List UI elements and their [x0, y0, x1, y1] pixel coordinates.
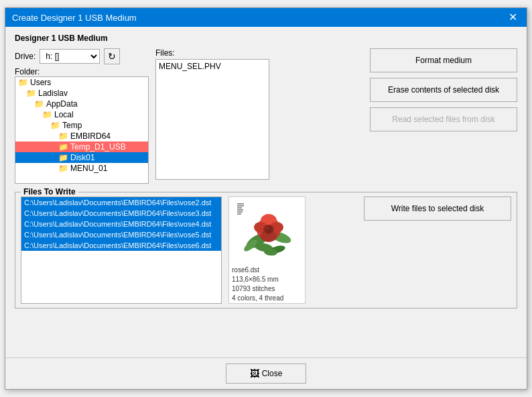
write-files-button[interactable]: Write files to selected disk [364, 196, 511, 221]
write-btn-area: Write files to selected disk [364, 196, 511, 221]
top-section-title: Designer 1 USB Medium [15, 34, 517, 43]
folder-item-label: AppData [46, 99, 78, 109]
folder-tree[interactable]: 📁Users📁Ladislav📁AppData📁Local📁Temp📁EMBIR… [15, 76, 149, 184]
files-panel: Files: MENU_SEL.PHV [155, 48, 356, 184]
files-to-write-label: Files To Write [21, 187, 78, 196]
preview-panel: rose6.dst 113,6×86.5 mm 10793 stitches 4… [228, 196, 306, 304]
file-info-colors: 4 colors, 4 thread changes [232, 294, 302, 304]
folder-icon: 📁 [50, 121, 60, 130]
rose-svg [234, 197, 301, 264]
top-row: Drive: h: [] ↻ Folder: 📁Users📁Ladislav📁A… [15, 48, 517, 184]
folder-icon: 📁 [34, 99, 44, 109]
folder-icon: 📁 [58, 153, 68, 162]
content-area: Designer 1 USB Medium Drive: h: [] ↻ Fol… [5, 27, 527, 357]
folder-item[interactable]: 📁Local [15, 109, 148, 120]
close-button[interactable]: 🖼 Close [226, 363, 306, 384]
folder-item[interactable]: 📁Users [15, 77, 148, 88]
folder-item-label: Users [30, 78, 51, 87]
folder-icon: 📁 [18, 78, 28, 87]
folder-icon: 📁 [58, 142, 68, 152]
files-list[interactable]: MENU_SEL.PHV [155, 59, 269, 180]
files-to-write-section: C:\Users\Ladislav\Documents\EMBIRD64\Fil… [21, 196, 511, 304]
folder-item-label: Temp_D1_USB [70, 142, 126, 152]
right-action-buttons: Format medium Erase contents of selected… [370, 48, 517, 184]
read-files-button[interactable]: Read selected files from disk [370, 107, 517, 131]
folder-icon: 📁 [58, 131, 68, 141]
folder-item[interactable]: 📁EMBIRD64 [15, 131, 148, 141]
folder-item[interactable]: 📁Temp_D1_USB [15, 141, 148, 152]
embroidery-preview [230, 197, 304, 264]
svg-point-18 [265, 225, 273, 233]
folder-item-label: EMBIRD64 [70, 131, 111, 141]
top-left-panel: Drive: h: [] ↻ Folder: 📁Users📁Ladislav📁A… [15, 48, 149, 184]
main-window: Create Designer 1 USB Medium ✕ Designer … [5, 7, 527, 390]
files-to-write-group: Files To Write C:\Users\Ladislav\Documen… [15, 192, 517, 308]
bottom-bar: 🖼 Close [5, 357, 527, 389]
folder-item-label: Temp [62, 121, 82, 130]
close-window-button[interactable]: ✕ [506, 12, 520, 23]
folder-icon: 📁 [58, 164, 68, 173]
folder-item[interactable]: 📁Temp [15, 120, 148, 131]
format-medium-button[interactable]: Format medium [370, 48, 517, 72]
refresh-button[interactable]: ↻ [104, 48, 120, 64]
folder-item[interactable]: 📁AppData [15, 99, 148, 109]
folder-item-label: Local [54, 110, 74, 119]
close-icon: 🖼 [250, 368, 259, 379]
file-write-item[interactable]: C:\Users\Ladislav\Documents\EMBIRD64\Fil… [21, 208, 221, 219]
svg-point-19 [265, 227, 269, 229]
title-bar: Create Designer 1 USB Medium ✕ [5, 8, 527, 27]
drive-row: Drive: h: [] ↻ [15, 48, 149, 64]
files-label: Files: [155, 48, 356, 58]
folder-icon: 📁 [26, 89, 36, 98]
folder-item[interactable]: 📁MENU_01 [15, 163, 148, 174]
folder-item[interactable]: 📁Disk01 [15, 152, 148, 163]
file-info-name: rose6.dst [232, 266, 302, 275]
file-item[interactable]: MENU_SEL.PHV [157, 61, 267, 72]
files-write-list[interactable]: C:\Users\Ladislav\Documents\EMBIRD64\Fil… [21, 196, 222, 304]
file-write-item[interactable]: C:\Users\Ladislav\Documents\EMBIRD64\Fil… [21, 197, 221, 208]
folder-icon: 📁 [42, 110, 52, 119]
file-info: rose6.dst 113,6×86.5 mm 10793 stitches 4… [229, 264, 305, 304]
folder-item-label: MENU_01 [70, 164, 107, 173]
folder-label: Folder: [15, 67, 149, 76]
file-info-stitches: 10793 stitches [232, 284, 302, 294]
drive-label: Drive: [15, 52, 36, 61]
refresh-icon: ↻ [108, 51, 116, 62]
close-label: Close [262, 369, 283, 378]
erase-contents-button[interactable]: Erase contents of selected disk [370, 78, 517, 102]
file-write-item[interactable]: C:\Users\Ladislav\Documents\EMBIRD64\Fil… [21, 219, 221, 229]
folder-item-label: Disk01 [70, 153, 95, 162]
file-write-item[interactable]: C:\Users\Ladislav\Documents\EMBIRD64\Fil… [21, 240, 221, 251]
file-write-item[interactable]: C:\Users\Ladislav\Documents\EMBIRD64\Fil… [21, 229, 221, 240]
file-info-dimensions: 113,6×86.5 mm [232, 275, 302, 284]
folder-item-label: Ladislav [38, 89, 68, 98]
window-title: Create Designer 1 USB Medium [12, 13, 137, 23]
folder-item[interactable]: 📁Ladislav [15, 88, 148, 99]
drive-select[interactable]: h: [] [40, 49, 100, 64]
